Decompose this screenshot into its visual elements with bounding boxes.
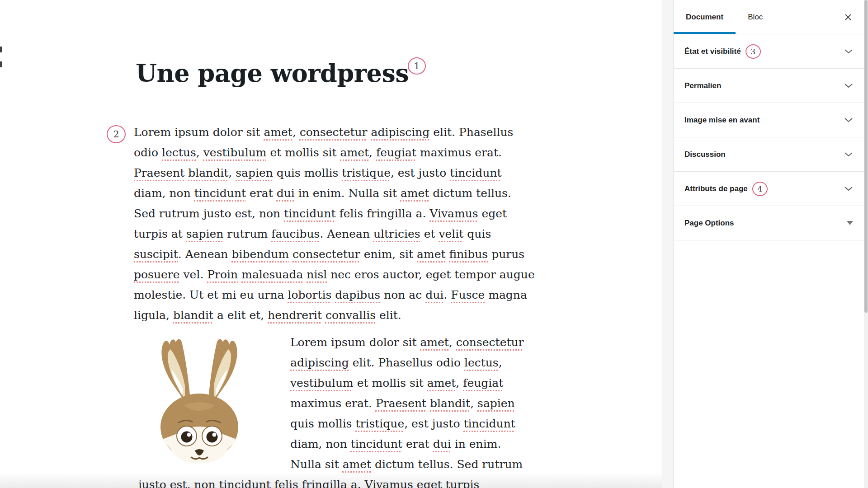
panel-image-mise-en-avant[interactable]: Image mise en avant xyxy=(674,103,864,137)
panel-etat-et-visibilite[interactable]: État et visibilité 3 xyxy=(674,34,864,69)
close-icon xyxy=(844,13,852,21)
content-scrollbar-track[interactable] xyxy=(662,0,673,488)
clipped-edge-artifact xyxy=(0,47,2,52)
panel-label: Attributs de page xyxy=(684,184,748,193)
page-scrollbar-track[interactable] xyxy=(864,0,868,488)
sidebar-tab-bar: Document Bloc xyxy=(674,0,864,34)
panel-page-options[interactable]: Page Options xyxy=(674,206,864,240)
tab-bloc[interactable]: Bloc xyxy=(736,0,775,34)
panel-attributs-de-page[interactable]: Attributs de page 4 xyxy=(674,172,864,206)
wordpress-editor: Une page wordpress 1 2 Lorem ipsum dolor… xyxy=(0,0,868,488)
panel-label: Page Options xyxy=(684,219,734,228)
panel-label: Discussion xyxy=(684,150,726,159)
close-sidebar-button[interactable] xyxy=(832,0,864,34)
media-text-block: Lorem ipsum dolor sit amet, consectetur … xyxy=(138,332,528,488)
chevron-down-icon xyxy=(844,186,853,191)
page-scrollbar-thumb[interactable] xyxy=(864,0,868,313)
chevron-down-icon xyxy=(844,83,853,88)
chevron-down-icon xyxy=(844,152,853,157)
fox-image[interactable] xyxy=(138,332,260,468)
settings-sidebar: Document Bloc État et visibilité 3 Perma… xyxy=(673,0,864,488)
fennec-fox-illustration xyxy=(138,332,260,468)
panel-label: État et visibilité xyxy=(684,47,741,56)
tab-document[interactable]: Document xyxy=(674,0,736,34)
chevron-down-icon xyxy=(844,49,853,54)
post-title-field[interactable]: Une page wordpress xyxy=(136,59,409,88)
panel-label: Image mise en avant xyxy=(684,116,760,125)
triangle-down-icon xyxy=(847,221,853,225)
annotation-circle-2: 2 xyxy=(107,125,126,143)
editor-canvas[interactable]: Une page wordpress 1 2 Lorem ipsum dolor… xyxy=(0,0,662,488)
annotation-circle-3: 3 xyxy=(745,44,761,59)
annotation-circle-1: 1 xyxy=(408,57,426,75)
panel-label: Permalien xyxy=(684,81,721,90)
paragraph-block-1[interactable]: Lorem ipsum dolor sit amet, consectetur … xyxy=(134,122,535,325)
clipped-edge-artifact xyxy=(0,61,2,67)
annotation-circle-4: 4 xyxy=(752,182,768,196)
chevron-down-icon xyxy=(844,117,853,122)
panel-discussion[interactable]: Discussion xyxy=(674,137,864,172)
panel-permalien[interactable]: Permalien xyxy=(674,69,864,103)
